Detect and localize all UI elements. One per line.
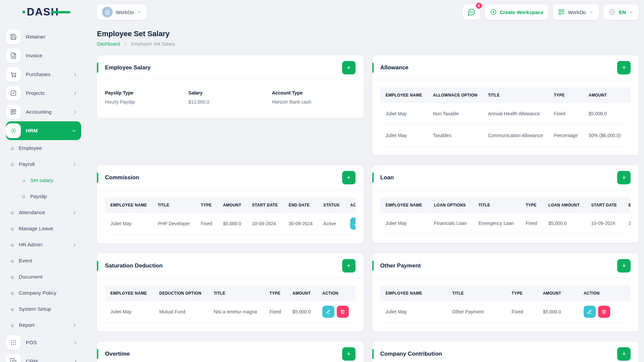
create-workspace-button[interactable]: Create Workspace — [485, 4, 549, 20]
plus-icon — [346, 263, 352, 268]
saturation-deduction-table-wrap: EMPLOYEE NAMEDEDUCTION OPTIONTITLETYPEAM… — [105, 286, 356, 323]
add-commission-button[interactable] — [342, 171, 356, 184]
sidebar-item-label: Document — [19, 274, 43, 280]
plus-icon — [621, 175, 627, 180]
column-header: LOAN OPTIONS — [429, 197, 473, 213]
sidebar-item-label: HR Admin — [19, 242, 42, 248]
table-cell: Other Payment — [447, 301, 506, 323]
sidebar-item-retainer[interactable]: Retainer — [6, 27, 81, 46]
bullet-icon — [10, 243, 14, 247]
sidebar-item-attendance[interactable]: Attendance — [6, 204, 81, 221]
sidebar-item-invoice[interactable]: Invoice — [6, 46, 81, 65]
edit-button[interactable] — [350, 218, 355, 230]
saturation-deduction-table: EMPLOYEE NAMEDEDUCTION OPTIONTITLETYPEAM… — [105, 286, 356, 323]
language-selector[interactable]: EN — [603, 4, 639, 20]
trash-icon — [340, 309, 345, 314]
delete-button[interactable] — [337, 306, 349, 318]
sidebar-item-label: Report — [19, 322, 35, 328]
table-cell: Juliet May — [380, 125, 428, 146]
hrm-icon — [6, 123, 21, 138]
table-row: Juliet MayNon TaxableAnnual Health Allow… — [380, 103, 631, 125]
commission-table-wrap: EMPLOYEE NAMETITLETYPEAMOUNTSTART DATEEN… — [105, 197, 356, 235]
sidebar-item-pos[interactable]: POS — [6, 333, 81, 352]
other-payment-table: EMPLOYEE NAMETITLETYPEAMOUNTACTIONJuliet… — [380, 286, 631, 323]
add-other-payment-button[interactable] — [617, 259, 631, 273]
column-header: EMPLOYEE NAME — [380, 286, 447, 301]
add-loan-button[interactable] — [617, 171, 631, 184]
sidebar-item-set-salary[interactable]: Set salary — [6, 172, 81, 188]
edit-button[interactable] — [322, 306, 334, 318]
table-cell: $5,000.0 — [543, 213, 586, 234]
workspace-switcher[interactable]: WorkDo — [97, 4, 147, 20]
sidebar-item-document[interactable]: Document — [6, 269, 81, 285]
sidebar-item-purchases[interactable]: Purchases — [6, 65, 81, 84]
app-switcher-label: WorkDo — [568, 9, 586, 15]
table-cell: Taxables — [428, 125, 483, 146]
card-title: Other Payment — [380, 262, 421, 269]
add-allowance-button[interactable] — [617, 61, 631, 74]
bullet-icon — [22, 178, 26, 182]
table-cell: PHP Developer — [152, 213, 195, 235]
edit-button[interactable] — [584, 306, 596, 318]
logo-dash — [51, 11, 70, 13]
sidebar-item-label: HRM — [26, 128, 38, 134]
add-employee-salary-button[interactable] — [342, 61, 356, 74]
table-cell: Emergency Loan — [473, 213, 520, 234]
sidebar-item-accounting[interactable]: Accounting — [6, 103, 81, 121]
chevron-right-icon — [72, 210, 77, 215]
chevron-down-icon — [71, 128, 76, 133]
commission-header: Commission — [97, 165, 364, 190]
chevron-right-icon — [73, 72, 78, 77]
add-company-contribution-button[interactable] — [617, 347, 631, 361]
sidebar-item-manage-leave[interactable]: Manage Leave — [6, 221, 81, 237]
table-cell: $5,000.0 — [537, 301, 578, 323]
table-cell: Juliet May — [380, 213, 429, 234]
chevron-right-icon — [73, 110, 78, 115]
sidebar-item-company-policy[interactable]: Company Policy — [6, 285, 81, 301]
breadcrumb-dashboard-link[interactable]: Dashboard — [97, 41, 120, 47]
sidebar-item-crm[interactable]: CRM — [6, 352, 81, 362]
sidebar-item-hr-admin[interactable]: HR Admin — [6, 237, 81, 253]
sidebar-item-employee[interactable]: Employee — [6, 140, 81, 156]
sidebar-item-payroll[interactable]: Payroll — [6, 156, 81, 172]
sidebar-item-report[interactable]: Report — [6, 317, 81, 333]
sidebar-item-hrm[interactable]: HRM — [6, 121, 81, 140]
commission-table: EMPLOYEE NAMETITLETYPEAMOUNTSTART DATEEN… — [105, 197, 356, 235]
brand-logo[interactable]: DASH — [27, 6, 59, 18]
topbar-main: WorkDo 0 Create Workspace WorkDo — [86, 4, 644, 20]
column-header: EMPLOYEE NAME — [380, 87, 428, 103]
table-cell: 10-09-2024 — [586, 213, 623, 234]
pencil-icon — [354, 221, 356, 226]
add-overtime-button[interactable] — [342, 347, 356, 361]
field-label: Salary — [189, 90, 272, 96]
sidebar-item-label: Manage Leave — [19, 226, 53, 232]
projects-icon — [6, 86, 21, 101]
field-account-type: Account Type Horizon Bank cash — [272, 90, 356, 105]
chevron-right-icon — [73, 91, 78, 96]
logo-area: DASH — [0, 6, 86, 18]
column-header: END DATE — [623, 197, 631, 213]
table-cell: Fixed — [196, 213, 218, 235]
sidebar-item-event[interactable]: Event — [6, 253, 81, 269]
action-cell — [345, 213, 355, 235]
commission-card: Commission EMPLOYEE NAMETITLETYPEAMOUNTS… — [97, 165, 364, 243]
table-row: Juliet MayOther PaymentFixed$5,000.0 — [380, 301, 631, 323]
column-header: AMOUNT — [218, 197, 247, 213]
crm-icon — [6, 354, 21, 362]
table-cell: Financials Loan — [429, 213, 473, 234]
add-saturation-deduction-button[interactable] — [342, 259, 356, 273]
sidebar-item-system-setup[interactable]: System Setup — [6, 301, 81, 317]
column-header: TITLE — [483, 87, 548, 103]
sidebar-item-projects[interactable]: Projects — [6, 84, 81, 103]
card-title: Saturation Deduction — [105, 262, 163, 269]
sidebar-item-label: Company Policy — [19, 290, 56, 296]
delete-button[interactable] — [598, 306, 610, 318]
card-title: Company Contribution — [380, 351, 442, 357]
column-header: TYPE — [506, 286, 537, 301]
sidebar-item-label: Employee — [19, 145, 42, 151]
sidebar-item-payslip[interactable]: Payslip — [6, 188, 81, 204]
field-value: Hourly Payslip — [105, 99, 189, 105]
column-header: START DATE — [247, 197, 283, 213]
app-switcher[interactable]: WorkDo — [553, 4, 599, 20]
messages-button[interactable]: 0 — [463, 4, 480, 20]
